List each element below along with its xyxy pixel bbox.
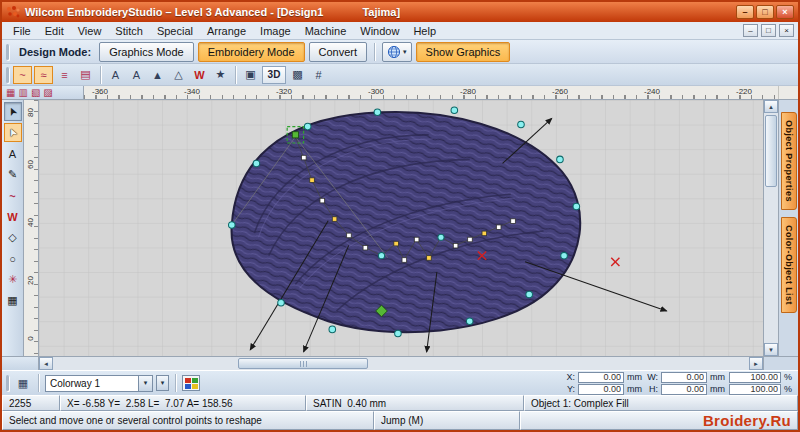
menu-stitch[interactable]: Stitch <box>108 24 150 38</box>
menu-window[interactable]: Window <box>353 24 406 38</box>
hint-bar: Select and move one or several control p… <box>2 411 798 430</box>
vertical-ruler[interactable]: 80 60 40 20 0 <box>24 100 39 356</box>
pattern-fill-icon[interactable]: ▩ <box>288 66 307 84</box>
travel-forward-icon[interactable]: ▧ <box>31 87 40 98</box>
thread-colors-button[interactable] <box>182 375 200 391</box>
vertical-scroll-thumb[interactable] <box>765 115 777 187</box>
docked-panel-tabs: Object Properties Color-Object List <box>778 100 798 356</box>
convert-button[interactable]: Convert <box>309 42 368 62</box>
x-field[interactable] <box>578 372 624 383</box>
monogram-w-icon[interactable]: W <box>190 66 209 84</box>
menu-edit[interactable]: Edit <box>38 24 71 38</box>
ruler-label: 0 <box>26 331 35 347</box>
globe-icon <box>387 45 401 59</box>
w-field[interactable] <box>661 372 707 383</box>
pencil-tool[interactable]: ✎ <box>4 165 22 184</box>
scroll-up-icon[interactable]: ▲ <box>764 100 778 113</box>
lettering-tool[interactable]: A <box>4 144 22 163</box>
toolbar-separator <box>100 66 101 84</box>
outline-triangle-icon[interactable]: △ <box>169 66 188 84</box>
horizontal-ruler[interactable]: -360 -340 -320 -300 -280 -260 -240 -220 <box>84 86 778 99</box>
current-mode: Jump (M) <box>374 411 520 430</box>
menu-arrange[interactable]: Arrange <box>200 24 253 38</box>
ruler-label: -220 <box>736 87 752 96</box>
graphics-mode-button[interactable]: Graphics Mode <box>99 42 194 62</box>
toolbar-separator <box>235 66 236 84</box>
design-canvas[interactable] <box>39 100 763 356</box>
minimize-button[interactable]: – <box>736 5 754 19</box>
design-window-icon[interactable]: ▦ <box>14 375 32 391</box>
colorway-toolbar: ▦ Colorway 1 ▾ ▾ X: mm W: mm % Y: <box>2 370 798 395</box>
machine-format-button[interactable]: ▾ <box>382 42 412 62</box>
mdi-close-button[interactable]: × <box>779 24 794 37</box>
scale-x-field[interactable] <box>729 372 781 383</box>
vertical-scrollbar[interactable]: ▲ ▼ <box>763 100 778 356</box>
scroll-right-icon[interactable]: ► <box>749 357 763 370</box>
window-title-format: Tajima] <box>362 6 400 18</box>
mdi-restore-button[interactable]: □ <box>761 24 776 37</box>
design-canvas-svg <box>39 100 763 356</box>
grid-toggle-icon[interactable]: ▣ <box>241 66 260 84</box>
colorway-menu-button[interactable]: ▾ <box>156 375 169 391</box>
maximize-button[interactable]: □ <box>756 5 774 19</box>
colorway-select[interactable]: Colorway 1 ▾ <box>45 375 153 392</box>
ellipse-tool[interactable]: ○ <box>4 249 22 268</box>
embroidery-mode-button[interactable]: Embroidery Mode <box>198 42 305 62</box>
menu-view[interactable]: View <box>71 24 109 38</box>
h-field[interactable] <box>661 384 707 395</box>
h-unit: mm <box>710 384 726 394</box>
satin-stitch-icon[interactable]: ▤ <box>76 66 95 84</box>
shape-tool[interactable]: ◇ <box>4 228 22 247</box>
menu-image[interactable]: Image <box>253 24 298 38</box>
menu-help[interactable]: Help <box>406 24 443 38</box>
horizontal-scrollbar[interactable]: ◄ ► <box>39 357 763 370</box>
y-field[interactable] <box>578 384 624 395</box>
titlebar[interactable]: Wilcom EmbroideryStudio – Level 3 Advanc… <box>2 2 798 22</box>
watermark-cell: Broidery.Ru <box>520 411 798 430</box>
travel-home-icon[interactable]: ▦ <box>6 87 15 98</box>
transform-row-2: Y: mm H: mm % <box>563 384 794 395</box>
show-graphics-button[interactable]: Show Graphics <box>416 42 511 62</box>
toolbar-grip[interactable] <box>6 44 9 60</box>
travel-end-icon[interactable]: ▨ <box>43 87 52 98</box>
y-unit: mm <box>627 384 643 394</box>
stitch-type-info: SATIN 0.40 mm <box>306 395 524 411</box>
star-tool[interactable]: ✳ <box>4 270 22 289</box>
mesh-fill-icon[interactable]: # <box>309 66 328 84</box>
tab-object-properties[interactable]: Object Properties <box>781 112 797 210</box>
toolbar-grip[interactable] <box>6 67 9 83</box>
watermark-text: Broidery.Ru <box>703 412 791 429</box>
status-bar: 2255 X= -6.58 Y= 2.58 L= 7.07 A= 158.56 … <box>2 395 798 411</box>
scroll-down-icon[interactable]: ▼ <box>764 343 778 356</box>
embroidery-object[interactable] <box>232 112 581 332</box>
star-stitch-icon[interactable]: ★ <box>211 66 230 84</box>
freehand-tool[interactable]: ~ <box>4 186 22 205</box>
transform-fields: X: mm W: mm % Y: mm H: mm % <box>563 372 794 395</box>
grid-tool[interactable]: ▦ <box>4 291 22 310</box>
scale-y-field[interactable] <box>729 384 781 395</box>
horizontal-scroll-thumb[interactable] <box>238 358 368 369</box>
triple-run-icon[interactable]: ≈ <box>34 66 53 84</box>
threed-view-button[interactable]: 3D <box>262 66 286 84</box>
close-button[interactable]: × <box>776 5 794 19</box>
mdi-minimize-button[interactable]: – <box>743 24 758 37</box>
lettering-caps-icon[interactable]: A <box>106 66 125 84</box>
monogram-tool[interactable]: W <box>4 207 22 226</box>
menu-machine[interactable]: Machine <box>298 24 354 38</box>
x-label: X: <box>563 372 575 382</box>
fill-triangle-icon[interactable]: ▲ <box>148 66 167 84</box>
toolbar-separator <box>38 374 39 392</box>
scroll-left-icon[interactable]: ◄ <box>39 357 53 370</box>
run-stitch-icon[interactable]: ~ <box>13 66 32 84</box>
menu-file[interactable]: File <box>6 24 38 38</box>
tab-color-object-list[interactable]: Color-Object List <box>781 217 797 313</box>
toolbar-grip[interactable] <box>6 375 9 391</box>
ruler-label: 40 <box>26 215 35 231</box>
backstitch-icon[interactable]: ≡ <box>55 66 74 84</box>
reshape-tool[interactable]: ➤ <box>4 123 22 142</box>
chevron-down-icon[interactable]: ▾ <box>138 376 152 391</box>
select-tool[interactable]: ➤ <box>4 102 22 121</box>
travel-back-icon[interactable]: ▥ <box>18 87 27 98</box>
lettering-small-icon[interactable]: A <box>127 66 146 84</box>
menu-special[interactable]: Special <box>150 24 200 38</box>
